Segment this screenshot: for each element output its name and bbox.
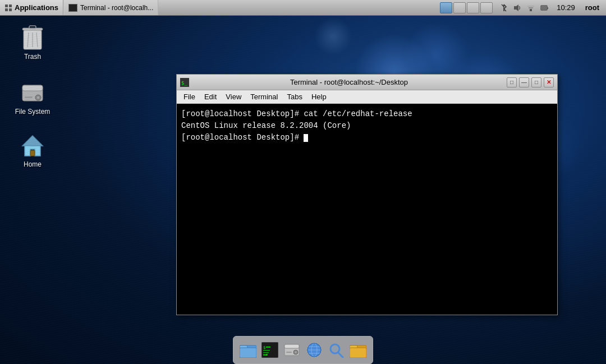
svg-line-14 (27, 33, 29, 47)
terminal-taskbar-icon (68, 4, 77, 12)
network-icon[interactable] (525, 2, 536, 13)
workspace-switcher (437, 2, 496, 13)
terminal-line-3: [root@localhost Desktop]# (181, 132, 553, 144)
clock: 10:29 (552, 3, 580, 12)
svg-rect-12 (29, 26, 36, 29)
svg-rect-0 (5, 4, 8, 7)
svg-rect-33 (266, 347, 270, 348)
dock-icon-search[interactable] (326, 340, 346, 360)
terminal-line-1: [root@localhost Desktop]# cat /etc/redha… (181, 108, 553, 120)
svg-rect-36 (263, 354, 267, 356)
svg-rect-30 (240, 348, 256, 358)
filesystem-icon-image (19, 80, 46, 107)
menu-tabs[interactable]: Tabs (282, 91, 306, 102)
svg-point-20 (37, 96, 39, 99)
svg-rect-11 (22, 28, 43, 30)
terminal-minimize-btn[interactable]: — (519, 77, 529, 87)
applications-label: Applications (15, 3, 58, 12)
svg-rect-3 (9, 8, 12, 11)
terminal-content[interactable]: [root@localhost Desktop]# cat /etc/redha… (177, 104, 557, 315)
workspace-1[interactable] (440, 2, 452, 13)
dock-icon-terminal[interactable]: $ (260, 340, 279, 360)
dock-icon-files[interactable] (238, 340, 258, 360)
applications-menu[interactable]: Applications (0, 0, 63, 15)
svg-rect-10 (541, 6, 547, 10)
svg-rect-21 (25, 96, 33, 98)
bluetooth-icon[interactable] (498, 2, 509, 13)
svg-rect-1 (9, 4, 12, 7)
svg-rect-5 (530, 9, 532, 11)
active-window-label: Terminal - root@localh... (80, 4, 153, 12)
home-icon-desktop[interactable]: Home (10, 130, 55, 171)
svg-rect-39 (284, 344, 299, 348)
menu-edit[interactable]: Edit (200, 91, 221, 102)
svg-rect-7 (527, 6, 534, 7)
svg-text:$_: $_ (181, 80, 187, 86)
svg-point-41 (295, 352, 297, 353)
taskbar-right: 10:29 root (437, 0, 606, 15)
svg-rect-6 (529, 7, 533, 8)
svg-rect-9 (547, 7, 548, 9)
home-icon-image (19, 132, 46, 159)
svg-rect-37 (267, 354, 268, 356)
terminal-maximize-btn[interactable]: □ (531, 77, 541, 87)
terminal-close-btn[interactable]: ✕ (544, 77, 554, 87)
home-label: Home (24, 160, 42, 168)
battery-icon[interactable] (539, 2, 550, 13)
trash-icon-image (19, 25, 46, 52)
svg-point-51 (332, 346, 338, 352)
dock-icon-folder[interactable] (348, 340, 368, 360)
menu-file[interactable]: File (179, 91, 200, 102)
svg-rect-17 (22, 85, 43, 101)
terminal-window: $_ Terminal - root@localhost:~/Desktop □… (176, 74, 558, 315)
filesystem-icon-desktop[interactable]: File System (10, 77, 55, 118)
volume-icon[interactable] (512, 2, 523, 13)
svg-rect-18 (22, 85, 43, 91)
svg-rect-2 (5, 8, 8, 11)
svg-rect-25 (30, 150, 35, 156)
desktop: Applications Terminal - root@localh... (0, 0, 606, 364)
trash-label: Trash (24, 53, 41, 61)
svg-rect-13 (24, 30, 42, 49)
menu-view[interactable]: View (221, 91, 246, 102)
workspace-3[interactable] (467, 2, 479, 13)
dock-icon-browser[interactable] (304, 340, 324, 360)
active-window-button[interactable]: Terminal - root@localh... (63, 0, 158, 15)
terminal-menubar: File Edit View Terminal Tabs Help (177, 90, 557, 104)
svg-rect-42 (286, 352, 292, 353)
workspace-2[interactable] (453, 2, 466, 13)
taskbar-top: Applications Terminal - root@localh... (0, 0, 606, 16)
trash-icon-desktop[interactable]: Trash (10, 22, 55, 63)
svg-line-16 (36, 33, 38, 47)
svg-rect-22 (25, 99, 29, 100)
svg-text:$: $ (263, 345, 265, 350)
svg-line-50 (338, 353, 343, 357)
terminal-window-icon: $_ (180, 78, 189, 87)
menu-terminal[interactable]: Terminal (246, 91, 282, 102)
user-label: root (582, 3, 603, 12)
menu-help[interactable]: Help (307, 91, 331, 102)
svg-rect-54 (350, 348, 366, 358)
bottom-dock: $ (233, 336, 373, 364)
terminal-titlebar: $_ Terminal - root@localhost:~/Desktop □… (177, 75, 557, 90)
terminal-restore-btn[interactable]: □ (507, 77, 517, 87)
svg-marker-23 (22, 136, 43, 156)
svg-marker-24 (22, 136, 43, 146)
terminal-title: Terminal - root@localhost:~/Desktop (194, 78, 504, 86)
svg-rect-35 (263, 352, 269, 353)
filesystem-label: File System (15, 108, 50, 116)
workspace-4[interactable] (480, 2, 493, 13)
terminal-line-2: CentOS Linux release 8.2.2004 (Core) (181, 120, 553, 132)
svg-rect-34 (263, 350, 270, 351)
svg-marker-4 (514, 4, 518, 11)
svg-point-19 (35, 95, 41, 100)
terminal-cursor (304, 134, 308, 142)
dock-icon-home[interactable] (282, 340, 302, 360)
